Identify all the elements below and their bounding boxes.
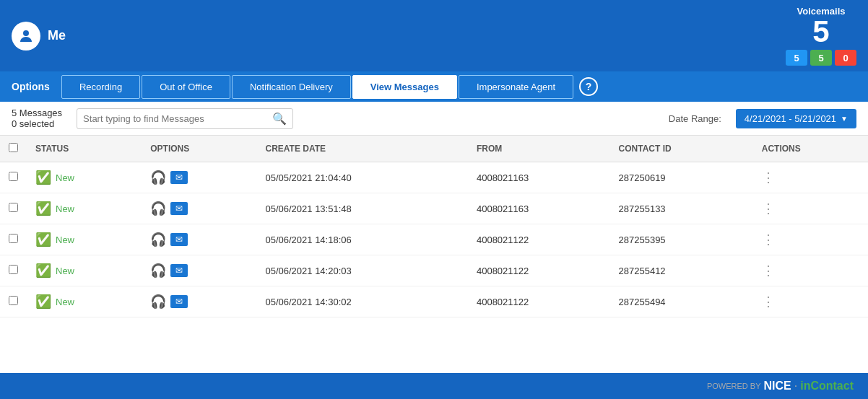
header-left: Me bbox=[12, 22, 66, 51]
table-row: ✅ New 🎧 05/06/2021 14:20:03 4008021122 2… bbox=[0, 255, 868, 286]
tab-view-messages[interactable]: View Messages bbox=[352, 75, 457, 99]
row-status-4: ✅ New bbox=[27, 286, 142, 317]
row-options-0: 🎧 bbox=[142, 162, 256, 193]
date-range-value: 4/21/2021 - 5/21/2021 bbox=[745, 113, 836, 124]
col-create-date: CREATE DATE bbox=[256, 136, 467, 162]
row-checkbox-1[interactable] bbox=[9, 203, 18, 212]
row-actions-1: ⋮ bbox=[753, 193, 868, 224]
row-contact-id-0: 287250619 bbox=[610, 162, 753, 193]
nav-options-label: Options bbox=[12, 74, 61, 100]
row-from-4: 4008021122 bbox=[468, 286, 610, 317]
footer: POWERED BY NICE · inContact bbox=[0, 373, 868, 399]
row-status-0: ✅ New bbox=[27, 162, 142, 193]
messages-selected: 0 selected bbox=[12, 118, 62, 129]
badge-blue: 5 bbox=[786, 50, 807, 66]
row-create-date-4: 05/06/2021 14:30:02 bbox=[256, 286, 467, 317]
status-text-4: New bbox=[56, 297, 74, 307]
search-input[interactable] bbox=[83, 113, 268, 124]
badge-row: 5 5 0 bbox=[786, 50, 856, 66]
badge-red: 0 bbox=[835, 50, 856, 66]
row-checkbox-cell bbox=[0, 224, 27, 255]
app-container: Me Voicemails 5 5 5 0 Options Recording … bbox=[0, 0, 868, 399]
table-row: ✅ New 🎧 05/06/2021 13:51:48 4008021163 2… bbox=[0, 193, 868, 224]
actions-menu-button-2[interactable]: ⋮ bbox=[762, 232, 776, 247]
svg-point-0 bbox=[23, 30, 29, 36]
actions-menu-button-1[interactable]: ⋮ bbox=[762, 201, 776, 216]
row-checkbox-2[interactable] bbox=[9, 234, 18, 243]
tab-out-of-office[interactable]: Out of Office bbox=[142, 75, 230, 99]
row-actions-0: ⋮ bbox=[753, 162, 868, 193]
search-icon: 🔍 bbox=[272, 112, 287, 126]
row-from-3: 4008021122 bbox=[468, 255, 610, 286]
messages-table: STATUS OPTIONS CREATE DATE FROM CONTACT … bbox=[0, 136, 868, 317]
row-checkbox-cell bbox=[0, 255, 27, 286]
tab-notification-delivery[interactable]: Notification Delivery bbox=[232, 75, 351, 99]
row-create-date-1: 05/06/2021 13:51:48 bbox=[256, 193, 467, 224]
headset-icon-4[interactable]: 🎧 bbox=[150, 294, 166, 310]
footer-powered-by: POWERED BY bbox=[707, 382, 761, 390]
help-button[interactable]: ? bbox=[579, 77, 598, 96]
footer-nice: NICE bbox=[764, 380, 791, 393]
row-actions-3: ⋮ bbox=[753, 255, 868, 286]
status-check-icon-1: ✅ bbox=[35, 201, 51, 216]
messages-count: 5 Messages bbox=[12, 108, 62, 118]
status-check-icon-2: ✅ bbox=[35, 232, 51, 247]
badge-green: 5 bbox=[810, 50, 832, 66]
email-icon-1[interactable] bbox=[170, 202, 188, 215]
email-icon-0[interactable] bbox=[170, 171, 188, 184]
table-header-row: STATUS OPTIONS CREATE DATE FROM CONTACT … bbox=[0, 136, 868, 162]
email-icon-2[interactable] bbox=[170, 233, 188, 246]
date-range-button[interactable]: 4/21/2021 - 5/21/2021 ▼ bbox=[736, 109, 856, 128]
row-checkbox-cell bbox=[0, 193, 27, 224]
row-contact-id-4: 287255494 bbox=[610, 286, 753, 317]
date-range-label: Date Range: bbox=[669, 113, 721, 124]
search-box: 🔍 bbox=[77, 108, 293, 129]
row-options-1: 🎧 bbox=[142, 193, 256, 224]
col-from: FROM bbox=[468, 136, 610, 162]
messages-table-container: STATUS OPTIONS CREATE DATE FROM CONTACT … bbox=[0, 136, 868, 373]
row-checkbox-cell bbox=[0, 162, 27, 193]
row-checkbox-3[interactable] bbox=[9, 265, 18, 274]
actions-menu-button-0[interactable]: ⋮ bbox=[762, 170, 776, 185]
row-create-date-3: 05/06/2021 14:20:03 bbox=[256, 255, 467, 286]
row-create-date-2: 05/06/2021 14:18:06 bbox=[256, 224, 467, 255]
footer-incontact: inContact bbox=[800, 380, 854, 393]
row-checkbox-0[interactable] bbox=[9, 172, 18, 181]
select-all-checkbox[interactable] bbox=[9, 143, 18, 152]
row-from-0: 4008021163 bbox=[468, 162, 610, 193]
row-create-date-0: 05/05/2021 21:04:40 bbox=[256, 162, 467, 193]
messages-toolbar: 5 Messages 0 selected 🔍 Date Range: 4/21… bbox=[0, 102, 868, 136]
header-checkbox-cell bbox=[0, 136, 27, 162]
headset-icon-0[interactable]: 🎧 bbox=[150, 170, 166, 185]
row-options-4: 🎧 bbox=[142, 286, 256, 317]
table-row: ✅ New 🎧 05/06/2021 14:18:06 4008021122 2… bbox=[0, 224, 868, 255]
actions-menu-button-4[interactable]: ⋮ bbox=[762, 294, 776, 309]
headset-icon-2[interactable]: 🎧 bbox=[150, 232, 166, 247]
row-contact-id-3: 287255412 bbox=[610, 255, 753, 286]
row-actions-4: ⋮ bbox=[753, 286, 868, 317]
row-checkbox-4[interactable] bbox=[9, 296, 18, 305]
headset-icon-1[interactable]: 🎧 bbox=[150, 201, 166, 216]
voicemails-count: 5 bbox=[812, 17, 829, 47]
email-icon-3[interactable] bbox=[170, 264, 188, 277]
status-text-1: New bbox=[56, 203, 74, 214]
email-icon-4[interactable] bbox=[170, 295, 188, 308]
header: Me Voicemails 5 5 5 0 bbox=[0, 0, 868, 71]
headset-icon-3[interactable]: 🎧 bbox=[150, 263, 166, 279]
row-checkbox-cell bbox=[0, 286, 27, 317]
tab-impersonate-agent[interactable]: Impersonate Agent bbox=[459, 75, 573, 99]
table-row: ✅ New 🎧 05/05/2021 21:04:40 4008021163 2… bbox=[0, 162, 868, 193]
col-actions: ACTIONS bbox=[753, 136, 868, 162]
row-actions-2: ⋮ bbox=[753, 224, 868, 255]
status-check-icon-3: ✅ bbox=[35, 263, 51, 279]
messages-count-block: 5 Messages 0 selected bbox=[12, 108, 62, 129]
row-contact-id-1: 287255133 bbox=[610, 193, 753, 224]
row-status-1: ✅ New bbox=[27, 193, 142, 224]
header-right: Voicemails 5 5 5 0 bbox=[786, 6, 856, 66]
nav-bar: Options Recording Out of Office Notifica… bbox=[0, 71, 868, 102]
tab-recording[interactable]: Recording bbox=[61, 75, 140, 99]
footer-brand: POWERED BY NICE · inContact bbox=[707, 380, 854, 393]
actions-menu-button-3[interactable]: ⋮ bbox=[762, 263, 776, 278]
row-from-2: 4008021122 bbox=[468, 224, 610, 255]
status-check-icon-0: ✅ bbox=[35, 170, 51, 185]
